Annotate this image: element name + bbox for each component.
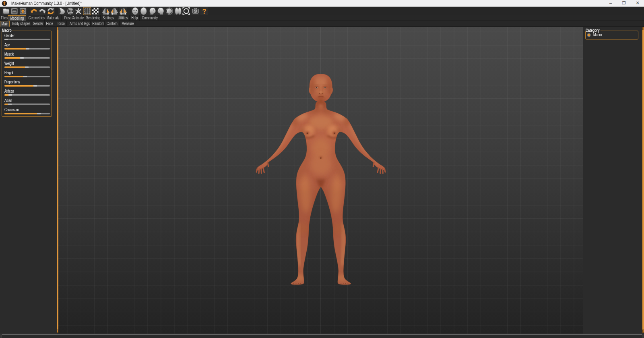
svg-text:?: ? xyxy=(202,8,206,15)
